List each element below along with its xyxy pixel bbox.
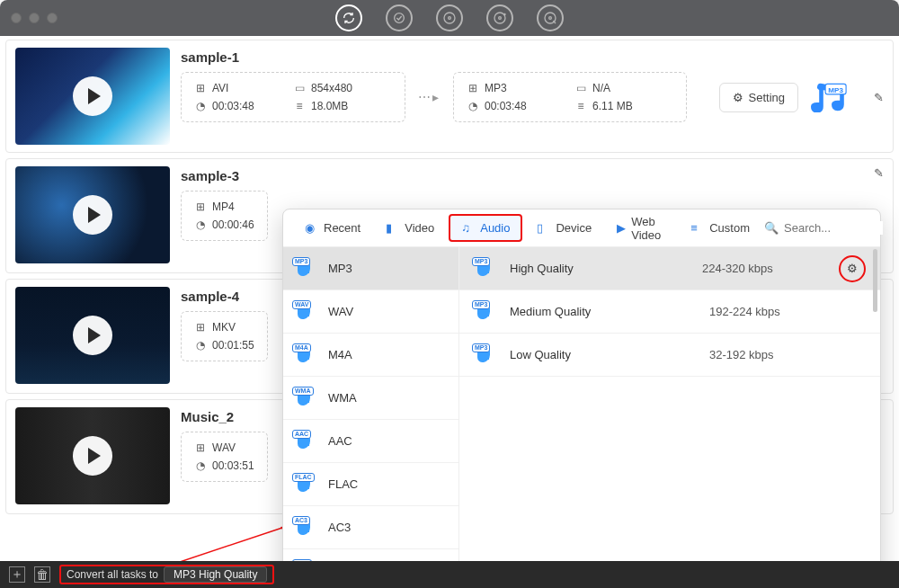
device-icon: ▯ (537, 221, 550, 235)
convert-all-label: Convert all tasks to (67, 568, 158, 581)
toolbar-media-icon[interactable] (436, 4, 463, 31)
format-item-aac[interactable]: AACAAC (283, 420, 458, 463)
duration-icon: ◔ (467, 100, 479, 112)
play-icon[interactable] (73, 316, 112, 355)
format-item-mp3[interactable]: MP3MP3 (283, 247, 458, 290)
setting-label: Setting (749, 91, 785, 104)
source-info-box: ⊞WAV ◔00:03:51 (181, 432, 268, 482)
source-duration: 00:00:46 (212, 218, 254, 231)
tab-web-video[interactable]: ▶Web Video (606, 209, 676, 247)
delete-task-button[interactable]: 🗑 (34, 566, 50, 583)
quality-item-high[interactable]: MP3 High Quality 224-320 kbps ⚙ (459, 247, 880, 290)
duration-icon: ◔ (194, 339, 207, 352)
source-duration: 00:03:51 (212, 459, 254, 472)
format-item-m4a[interactable]: M4AM4A (283, 334, 458, 377)
search-icon: 🔍 (764, 221, 779, 235)
source-info-box: ⊞MP4 ◔00:00:46 (181, 191, 268, 241)
tab-device[interactable]: ▯Device (526, 216, 602, 240)
container-icon: ⊞ (194, 441, 207, 454)
play-icon[interactable] (73, 195, 112, 235)
video-thumbnail[interactable] (15, 48, 170, 145)
format-label: WAV (328, 305, 353, 318)
quality-item-medium[interactable]: MP3 Medium Quality 192-224 kbps ⚙ (459, 290, 880, 334)
quality-label: Medium Quality (510, 305, 699, 318)
popover-tabs: ◉Recent ▮Video ♫Audio ▯Device ▶Web Video… (283, 209, 880, 247)
toolbar-media-add-icon[interactable] (486, 4, 513, 31)
add-task-button[interactable]: ＋ (9, 566, 25, 583)
tab-label: Web Video (631, 215, 665, 242)
footer-bar: ＋ 🗑 Convert all tasks to MP3 High Qualit… (0, 561, 899, 588)
format-badge[interactable]: MP3 (811, 82, 852, 112)
source-duration: 00:03:48 (212, 100, 254, 112)
tab-custom[interactable]: ≡Custom (680, 216, 761, 240)
convert-all-control[interactable]: Convert all tasks to MP3 High Quality (59, 565, 274, 584)
play-icon[interactable] (73, 436, 112, 476)
container-icon: ⊞ (194, 82, 207, 94)
source-resolution: 854x480 (311, 82, 352, 94)
play-icon[interactable] (73, 76, 112, 116)
video-thumbnail[interactable] (15, 166, 170, 263)
annotation-arrow (153, 521, 297, 561)
format-item-flac[interactable]: FLACFLAC (283, 463, 458, 506)
format-item-ac3[interactable]: AC3AC3 (283, 506, 458, 549)
source-info-box: ⊞MKV ◔00:01:55 (181, 311, 268, 361)
format-label: AAC (328, 434, 352, 448)
video-thumbnail[interactable] (15, 287, 170, 384)
gear-icon: ⚙ (733, 91, 743, 104)
target-container: MP3 (485, 82, 507, 94)
source-container: MP4 (212, 200, 235, 213)
format-popover: ◉Recent ▮Video ♫Audio ▯Device ▶Web Video… (282, 209, 881, 561)
svg-text:MP3: MP3 (828, 85, 843, 94)
quality-item-low[interactable]: MP3 Low Quality 32-192 kbps ⚙ (459, 334, 880, 377)
task-title: sample-3 (181, 168, 863, 183)
source-container: AVI (212, 82, 228, 94)
quality-label: High Quality (510, 262, 691, 275)
size-icon: ≡ (293, 100, 306, 112)
quality-list[interactable]: MP3 High Quality 224-320 kbps ⚙ MP3 Medi… (459, 247, 880, 561)
resolution-icon: ▭ (293, 82, 306, 94)
setting-button[interactable]: ⚙ Setting (719, 83, 798, 112)
toolbar-media-play-icon[interactable] (537, 4, 564, 31)
container-icon: ⊞ (467, 82, 479, 94)
toolbar-sync-icon[interactable] (386, 4, 413, 31)
resolution-icon: ▭ (574, 82, 587, 94)
close-window-icon[interactable] (11, 13, 22, 23)
format-item-wma[interactable]: WMAWMA (283, 377, 458, 420)
svg-point-4 (499, 17, 502, 20)
tab-label: Custom (709, 221, 750, 235)
minimize-window-icon[interactable] (29, 13, 40, 23)
recent-icon: ◉ (305, 221, 318, 235)
format-label: WMA (328, 391, 357, 405)
gear-icon[interactable]: ⚙ (839, 255, 866, 282)
tab-audio[interactable]: ♫Audio (449, 214, 522, 242)
edit-icon[interactable]: ✎ (874, 91, 884, 104)
zoom-window-icon[interactable] (47, 13, 58, 23)
quality-label: Low Quality (510, 348, 699, 361)
custom-icon: ≡ (690, 221, 704, 235)
source-container: WAV (212, 441, 236, 454)
svg-point-1 (444, 13, 455, 23)
app-window: sample-1 ⊞AVI ▭854x480 ◔00:03:48 ≡18.0MB… (0, 0, 899, 588)
duration-icon: ◔ (194, 459, 207, 472)
tab-recent[interactable]: ◉Recent (294, 216, 371, 240)
tab-label: Video (405, 221, 434, 235)
toolbar-convert-icon[interactable] (335, 4, 362, 31)
search-box[interactable]: 🔍 (764, 221, 883, 235)
task-card[interactable]: sample-1 ⊞AVI ▭854x480 ◔00:03:48 ≡18.0MB… (5, 40, 894, 153)
format-item-aiff[interactable]: AIFFAIFF (283, 549, 458, 561)
search-input[interactable] (784, 221, 883, 235)
scrollbar[interactable] (873, 249, 877, 312)
target-info-box: ⊞MP3 ▭N/A ◔00:03:48 ≡6.11 MB (453, 72, 687, 122)
format-list[interactable]: MP3MP3 WAVWAV M4AM4A WMAWMA AACAAC FLACF… (283, 247, 459, 561)
format-label: FLAC (328, 477, 358, 491)
svg-line-9 (153, 526, 288, 561)
quality-bitrate: 224-320 kbps (702, 262, 828, 275)
format-item-wav[interactable]: WAVWAV (283, 290, 458, 334)
video-thumbnail[interactable] (15, 407, 170, 504)
edit-icon[interactable]: ✎ (874, 166, 884, 180)
target-resolution: N/A (592, 82, 610, 94)
tab-video[interactable]: ▮Video (375, 216, 445, 240)
convert-all-selection[interactable]: MP3 High Quality (164, 566, 267, 583)
tab-label: Audio (480, 221, 510, 235)
toolbar (335, 4, 564, 31)
